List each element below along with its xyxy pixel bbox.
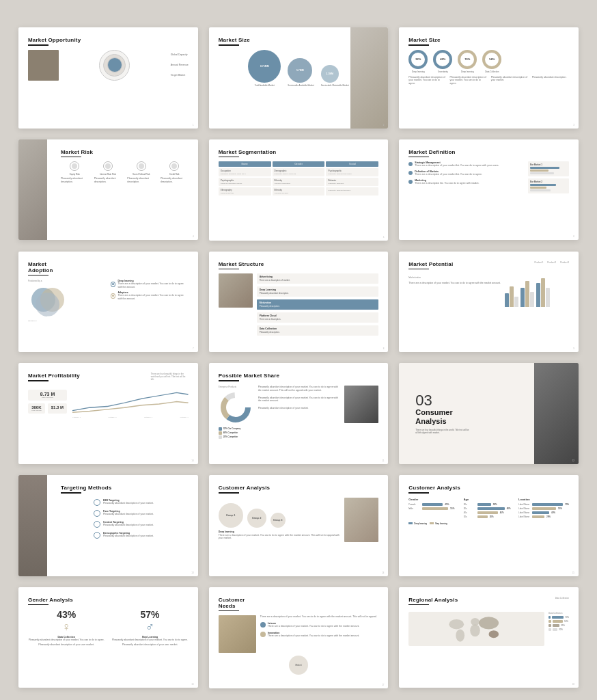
profit-content: 8.73 M Data Collection 360K Step learnin… bbox=[28, 390, 189, 414]
struct-advertising: Advertising There are a description of m… bbox=[257, 273, 379, 284]
seg-table: Name Gender Social OccupationPleasantly … bbox=[219, 161, 379, 196]
slide-10: Market Profitability There are four beau… bbox=[18, 363, 198, 464]
slide-4-content: Market Risk Equity Risk Pleasantly abund… bbox=[61, 149, 189, 184]
slide-4-title: Market Risk bbox=[61, 149, 189, 155]
slide-1-photo bbox=[28, 50, 59, 81]
slide-13-number: 13 bbox=[191, 571, 193, 574]
need-innovation: Innovation There are a description of yo… bbox=[260, 632, 379, 638]
donut-2: 48% bbox=[433, 50, 452, 69]
slide-7-number: 7 bbox=[193, 347, 194, 350]
slide-6-number: 6 bbox=[573, 235, 574, 238]
targeting-face: Face Targeting Pleasantly abundant descr… bbox=[94, 510, 189, 517]
slide-14: Customer Analysis Group 1 Group 2 Group … bbox=[209, 475, 389, 576]
risk-3: Socio-Political Risk Pleasantly abundant… bbox=[127, 161, 155, 184]
slide-14-underline bbox=[219, 492, 239, 494]
chart-section: Gender Female 45% Male 55% Age 20s 30% bbox=[408, 498, 569, 520]
female-percent: 43% bbox=[28, 609, 105, 620]
chart-legend: Deep learning Step learning bbox=[408, 522, 569, 525]
regional-bar-chart: Data Collection 70% 50% bbox=[549, 612, 569, 646]
slide-13: Targeting Methods B2B Targeting Pleasant… bbox=[18, 475, 198, 576]
struct-motivation: Motivation Pleasantly description. bbox=[257, 299, 379, 310]
slide-18-subtitle: Data Collection bbox=[555, 597, 569, 600]
bar-chart bbox=[505, 276, 550, 307]
slide-14-title: Customer Analysis bbox=[219, 485, 379, 491]
slide-2: Market Size 8.75MM Total Available Marke… bbox=[209, 27, 389, 129]
slide-8: Market Structure Advertising There are a… bbox=[209, 252, 389, 353]
risk-icons: Equity Risk Pleasantly abundant descript… bbox=[61, 161, 189, 184]
gender-content: 43% ♀ Data Collection Pleasantly abundan… bbox=[28, 609, 189, 647]
svg-point-8 bbox=[489, 631, 499, 638]
slide-14-number: 14 bbox=[382, 571, 384, 574]
struct-deep-learning: Deep Learning Pleasantly abundant descri… bbox=[257, 286, 379, 297]
seg-row-1: OccupationPleasantly abundant. There are… bbox=[219, 168, 379, 176]
slide-9-title: Market Potential bbox=[408, 261, 453, 267]
slide-13-title: Targeting Methods bbox=[61, 485, 189, 491]
cust-circles: Group 1 Group 2 Group 3 bbox=[219, 503, 341, 528]
profit-numbers: 8.73 M Data Collection 360K Step learnin… bbox=[28, 390, 67, 414]
female-side: 43% ♀ Data Collection Pleasantly abundan… bbox=[28, 609, 105, 647]
needs-items: There are a description of your market. … bbox=[260, 615, 379, 653]
struct-platform-cloud: Platform Cloud There are a description. bbox=[257, 312, 379, 323]
male-percent: 57% bbox=[111, 609, 188, 620]
venn-diagram: Deep learning Adopters Research II bbox=[28, 284, 76, 319]
slide-3: Market Size 32% Deep learning 48% Uncert… bbox=[399, 27, 579, 129]
slide-3-title: Market Size bbox=[408, 37, 569, 43]
slide-5-title: Market Segmentation bbox=[219, 149, 379, 155]
slide-2-number: 2 bbox=[383, 124, 385, 126]
slide-1-circles bbox=[63, 50, 167, 81]
cust-circle-2: Group 2 bbox=[247, 509, 266, 528]
potential-content: Marketization There are a description of… bbox=[408, 276, 569, 307]
slide-7-underline bbox=[28, 275, 48, 276]
seg-table-header: Name Gender Social bbox=[219, 161, 379, 167]
slide-2-title: Market Size bbox=[219, 37, 379, 43]
needs-content: There are a description of your market. … bbox=[219, 615, 379, 653]
slide-8-title: Market Structure bbox=[219, 261, 379, 267]
slide-9: Market Potential Product 1 Product 2 Pro… bbox=[399, 252, 579, 353]
bubble-large: 8.75MM bbox=[248, 50, 281, 83]
risk-2: Interest Rate Risk Pleasantly abundant d… bbox=[94, 161, 122, 184]
donut-4: 54% bbox=[482, 50, 501, 69]
slide-18-title: Regional Analysis bbox=[408, 597, 458, 603]
targeting-items: B2B Targeting Pleasantly abundant descri… bbox=[94, 499, 189, 539]
slide-5-underline bbox=[219, 157, 239, 158]
slide-4: Market Risk Equity Risk Pleasantly abund… bbox=[18, 139, 198, 241]
slide-11-number: 11 bbox=[382, 459, 384, 462]
slide-3-underline bbox=[408, 44, 429, 46]
slide-4-number: 4 bbox=[193, 235, 194, 238]
risk-4: Credit Risk Pleasantly abundant descript… bbox=[161, 161, 189, 184]
struct-data-collection: Data Collection Pleasantly description. bbox=[257, 325, 379, 336]
cust-circle-1: Group 1 bbox=[219, 503, 243, 528]
slide-14-photo bbox=[344, 498, 378, 542]
slide-16-number: 16 bbox=[191, 683, 193, 686]
slide-6: Market Definition Strategic Management T… bbox=[399, 139, 579, 241]
slide-15-underline bbox=[408, 492, 429, 494]
slide-1-labels: Global Capacity Annual Revenue Target Ma… bbox=[171, 50, 189, 81]
def-grid: Strategic Management There are a descrip… bbox=[408, 161, 569, 196]
slide-grid: Market Opportunity Global Capacity Annua… bbox=[18, 27, 579, 688]
age-chart: Age 20s 30% 30s 60% 40s 45% 50s bbox=[464, 498, 513, 520]
gender-chart: Gender Female 45% Male 55% bbox=[408, 498, 458, 520]
slide-13-photo bbox=[18, 475, 47, 576]
slide-1-number: 1 bbox=[193, 124, 194, 126]
slide-11-underline bbox=[219, 380, 239, 381]
seg-row-3: EthnographyThere will get this Ethnicity… bbox=[219, 187, 379, 196]
svg-point-3 bbox=[449, 619, 464, 630]
seg-row-2: PsychographicThere are description value… bbox=[219, 178, 379, 186]
targeting-demographic: Demographic Targeting Pleasantly abundan… bbox=[94, 532, 189, 539]
slide-10-title: Market Profitability bbox=[28, 373, 80, 379]
female-icon: ♀ bbox=[28, 620, 105, 634]
slide-17-photo bbox=[219, 615, 256, 653]
slide-1-underline bbox=[28, 44, 48, 46]
slide-9-left: Marketization There are a description of… bbox=[408, 276, 501, 307]
slide-12-photo bbox=[534, 363, 579, 464]
slide-5-number: 5 bbox=[383, 236, 385, 239]
def-left: Strategic Management There are a descrip… bbox=[408, 161, 524, 196]
map-area: Data Collection 70% 50% bbox=[408, 612, 569, 646]
svg-point-7 bbox=[479, 617, 499, 630]
world-map bbox=[408, 612, 544, 646]
slide-18-number: 18 bbox=[572, 683, 574, 686]
slide-17-title: CustomerNeeds bbox=[219, 597, 379, 609]
adoption-right: Deep learning There are a description of… bbox=[111, 280, 188, 322]
slide-14-content: Group 1 Group 2 Group 3 Deep learning Th… bbox=[219, 498, 379, 542]
need-leisure: Leisure There are a description of your … bbox=[260, 622, 379, 628]
